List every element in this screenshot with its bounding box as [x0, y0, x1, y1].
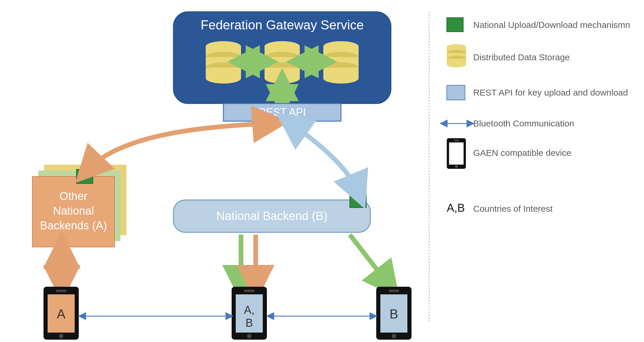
legend-countries-label: Countries of Interest [473, 204, 553, 213]
database-icon [265, 41, 300, 84]
connector-lightblue [291, 124, 358, 192]
legend-upload-icon [447, 18, 463, 32]
svg-rect-33 [244, 290, 255, 292]
legend-rest-label: REST API for key upload and download [473, 88, 628, 97]
legend-storage-icon [447, 44, 466, 67]
rest-api-box: REST API [223, 104, 341, 121]
legend-rest-icon [447, 85, 465, 100]
arrow-green-diag [350, 235, 388, 284]
svg-point-14 [265, 73, 300, 84]
legend-bluetooth-label: Bluetooth Communication [473, 119, 574, 128]
phone-a-label: A [57, 307, 66, 321]
phone-ab-label-2: B [245, 317, 253, 329]
other-backends-label: Backends (A) [40, 219, 107, 232]
database-icon [206, 41, 241, 84]
svg-rect-47 [449, 142, 464, 164]
other-backends-label: National [53, 205, 94, 217]
rest-api-label: REST API [258, 106, 306, 118]
national-backend-b: National Backend (B) [173, 193, 370, 232]
svg-rect-29 [56, 290, 66, 292]
svg-point-30 [59, 334, 63, 338]
legend-storage-label: Distributed Data Storage [473, 52, 570, 62]
gateway-title: Federation Gateway Service [200, 18, 364, 32]
svg-rect-37 [389, 290, 399, 292]
legend-device-label: GAEN compatible device [473, 148, 571, 158]
phone-ab: A, B [232, 287, 267, 340]
phone-b-label: B [389, 307, 398, 321]
national-backend-b-label: National Backend (B) [216, 209, 327, 222]
phone-b: B [376, 287, 412, 340]
svg-point-34 [247, 334, 252, 338]
legend-countries-symbol: A,B [447, 202, 465, 214]
federation-gateway-panel: Federation Gateway Service [173, 12, 391, 104]
phone-a: A [44, 287, 79, 340]
database-icon [323, 41, 359, 84]
phone-ab-label-1: A, [244, 304, 255, 316]
legend-device-icon [447, 138, 466, 169]
svg-point-45 [447, 61, 466, 67]
svg-point-21 [323, 73, 359, 84]
other-national-backends: Other National Backends (A) [32, 165, 126, 247]
svg-point-38 [392, 334, 396, 338]
svg-point-49 [455, 165, 458, 168]
upload-download-box [76, 169, 93, 183]
svg-rect-48 [454, 140, 459, 141]
other-backends-label: Other [59, 190, 87, 202]
legend: National Upload/Download mechanismn Dist… [447, 18, 630, 214]
legend-upload-label: National Upload/Download mechanismn [473, 20, 630, 30]
svg-point-7 [206, 73, 241, 84]
connector-orange [88, 123, 271, 169]
upload-download-box [350, 193, 366, 208]
